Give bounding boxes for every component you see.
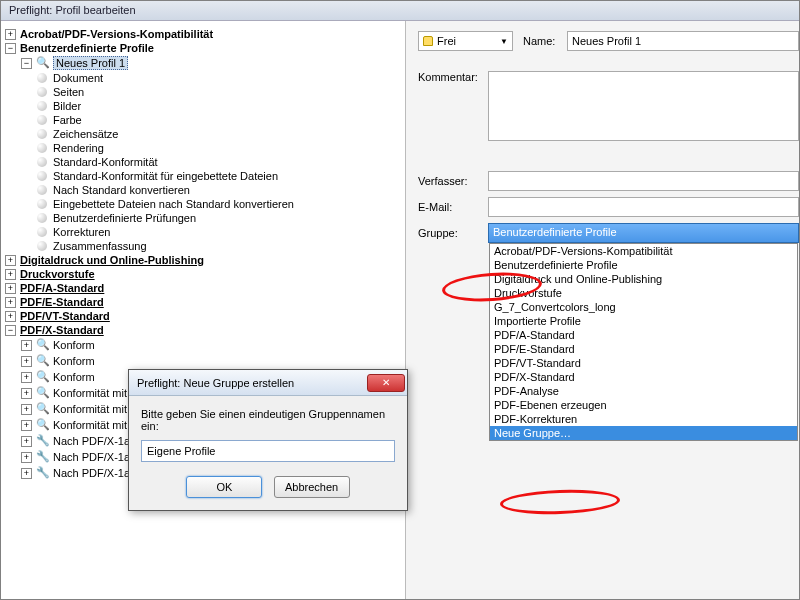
expand-icon[interactable]: + bbox=[21, 452, 32, 463]
expand-icon[interactable]: + bbox=[21, 468, 32, 479]
tree-leaf[interactable]: +🔍Konform bbox=[5, 337, 401, 353]
expand-icon[interactable]: + bbox=[5, 297, 16, 308]
bullet-icon bbox=[37, 227, 47, 237]
name-input[interactable] bbox=[567, 31, 799, 51]
dropdown-option[interactable]: G_7_Convertcolors_long bbox=[490, 300, 797, 314]
tree-label: Dokument bbox=[53, 72, 103, 84]
bullet-icon bbox=[37, 185, 47, 195]
tree-label: Acrobat/PDF-Versions-Kompatibilität bbox=[20, 28, 213, 40]
tree-node-benutzerdef[interactable]: −Benutzerdefinierte Profile bbox=[5, 41, 401, 55]
tree-leaf[interactable]: Farbe bbox=[5, 113, 401, 127]
tree-node-digitaldruck[interactable]: +Digitaldruck und Online-Publishing bbox=[5, 253, 401, 267]
tree-leaf[interactable]: Benutzerdefinierte Prüfungen bbox=[5, 211, 401, 225]
window-title: Preflight: Profil bearbeiten bbox=[9, 4, 136, 16]
expand-icon[interactable]: + bbox=[21, 340, 32, 351]
bullet-icon bbox=[37, 157, 47, 167]
expand-icon[interactable]: + bbox=[5, 283, 16, 294]
profile-icon: 🔍 bbox=[36, 418, 50, 432]
group-name-input[interactable] bbox=[141, 440, 395, 462]
kommentar-textarea[interactable] bbox=[488, 71, 799, 141]
dropdown-option[interactable]: Acrobat/PDF-Versions-Kompatibilität bbox=[490, 244, 797, 258]
cancel-button[interactable]: Abbrechen bbox=[274, 476, 350, 498]
tree-label: Zusammenfassung bbox=[53, 240, 147, 252]
tree-label: Eingebettete Dateien nach Standard konve… bbox=[53, 198, 294, 210]
expand-icon[interactable]: + bbox=[21, 420, 32, 431]
tree-node-pdfa[interactable]: +PDF/A-Standard bbox=[5, 281, 401, 295]
dropdown-option[interactable]: Druckvorstufe bbox=[490, 286, 797, 300]
tree-leaf[interactable]: Korrekturen bbox=[5, 225, 401, 239]
dropdown-option[interactable]: PDF-Analyse bbox=[490, 384, 797, 398]
verfasser-label: Verfasser: bbox=[418, 175, 488, 187]
expand-icon[interactable]: + bbox=[21, 404, 32, 415]
content-area: +Acrobat/PDF-Versions-Kompatibilität −Be… bbox=[1, 21, 799, 599]
dialog-titlebar[interactable]: Preflight: Neue Gruppe erstellen ✕ bbox=[129, 370, 407, 396]
kommentar-label: Kommentar: bbox=[418, 71, 488, 83]
tree-leaf[interactable]: Zusammenfassung bbox=[5, 239, 401, 253]
dropdown-option[interactable]: PDF-Korrekturen bbox=[490, 412, 797, 426]
dropdown-option[interactable]: Benutzerdefinierte Profile bbox=[490, 258, 797, 272]
tree-node-pdfvt[interactable]: +PDF/VT-Standard bbox=[5, 309, 401, 323]
expand-icon[interactable]: + bbox=[5, 255, 16, 266]
close-button[interactable]: ✕ bbox=[367, 374, 405, 392]
tree-leaf[interactable]: +🔍Konform bbox=[5, 353, 401, 369]
tree-label: Konform bbox=[53, 371, 95, 383]
tree-leaf[interactable]: Bilder bbox=[5, 99, 401, 113]
gruppe-label: Gruppe: bbox=[418, 227, 488, 239]
tree-label: Seiten bbox=[53, 86, 84, 98]
profile-tree-pane[interactable]: +Acrobat/PDF-Versions-Kompatibilität −Be… bbox=[1, 21, 406, 599]
tree-leaf[interactable]: Eingebettete Dateien nach Standard konve… bbox=[5, 197, 401, 211]
tree-leaf[interactable]: Zeichensätze bbox=[5, 127, 401, 141]
profile-icon: 🔍 bbox=[36, 402, 50, 416]
tree-leaf[interactable]: Standard-Konformität bbox=[5, 155, 401, 169]
dropdown-option[interactable]: Digitaldruck und Online-Publishing bbox=[490, 272, 797, 286]
bullet-icon bbox=[37, 115, 47, 125]
tree-leaf[interactable]: Seiten bbox=[5, 85, 401, 99]
dropdown-option[interactable]: PDF/VT-Standard bbox=[490, 356, 797, 370]
tree-label: Digitaldruck und Online-Publishing bbox=[20, 254, 204, 266]
expand-icon[interactable]: + bbox=[21, 388, 32, 399]
tree-node-neues-profil[interactable]: −🔍Neues Profil 1 bbox=[5, 55, 401, 71]
expand-icon[interactable]: + bbox=[21, 356, 32, 367]
dropdown-option-neue-gruppe[interactable]: Neue Gruppe… bbox=[490, 426, 797, 440]
tree-node-pdfe[interactable]: +PDF/E-Standard bbox=[5, 295, 401, 309]
dropdown-option[interactable]: PDF/E-Standard bbox=[490, 342, 797, 356]
verfasser-input[interactable] bbox=[488, 171, 799, 191]
tree-leaf[interactable]: Nach Standard konvertieren bbox=[5, 183, 401, 197]
gruppe-select[interactable]: Benutzerdefinierte Profile Acrobat/PDF-V… bbox=[488, 223, 799, 243]
new-group-dialog: Preflight: Neue Gruppe erstellen ✕ Bitte… bbox=[128, 369, 408, 511]
dropdown-option[interactable]: Importierte Profile bbox=[490, 314, 797, 328]
expand-icon[interactable]: + bbox=[5, 269, 16, 280]
dropdown-option[interactable]: PDF-Ebenen erzeugen bbox=[490, 398, 797, 412]
email-input[interactable] bbox=[488, 197, 799, 217]
lock-state-label: Frei bbox=[437, 35, 456, 47]
ok-button[interactable]: OK bbox=[186, 476, 262, 498]
dialog-prompt: Bitte geben Sie einen eindeutigen Gruppe… bbox=[141, 408, 395, 432]
tree-label: Korrekturen bbox=[53, 226, 110, 238]
tree-node-pdfx[interactable]: −PDF/X-Standard bbox=[5, 323, 401, 337]
dropdown-option[interactable]: PDF/A-Standard bbox=[490, 328, 797, 342]
bullet-icon bbox=[37, 101, 47, 111]
tree-label: PDF/X-Standard bbox=[20, 324, 104, 336]
profile-icon: 🔍 bbox=[36, 370, 50, 384]
tree-label: Standard-Konformität bbox=[53, 156, 158, 168]
bullet-icon bbox=[37, 199, 47, 209]
expand-icon[interactable]: + bbox=[5, 311, 16, 322]
tree-leaf[interactable]: Dokument bbox=[5, 71, 401, 85]
tree-node-acrobat[interactable]: +Acrobat/PDF-Versions-Kompatibilität bbox=[5, 27, 401, 41]
expand-icon[interactable]: + bbox=[21, 372, 32, 383]
dropdown-option[interactable]: PDF/X-Standard bbox=[490, 370, 797, 384]
gruppe-dropdown: Acrobat/PDF-Versions-Kompatibilität Benu… bbox=[489, 243, 798, 441]
tree-leaf[interactable]: Standard-Konformität für eingebettete Da… bbox=[5, 169, 401, 183]
email-label: E-Mail: bbox=[418, 201, 488, 213]
dialog-title: Preflight: Neue Gruppe erstellen bbox=[137, 377, 294, 389]
tree-leaf[interactable]: Rendering bbox=[5, 141, 401, 155]
collapse-icon[interactable]: − bbox=[5, 43, 16, 54]
expand-icon[interactable]: + bbox=[21, 436, 32, 447]
collapse-icon[interactable]: − bbox=[21, 58, 32, 69]
expand-icon[interactable]: + bbox=[5, 29, 16, 40]
magnifier-icon: 🔍 bbox=[36, 56, 50, 70]
tree-node-druckvorstufe[interactable]: +Druckvorstufe bbox=[5, 267, 401, 281]
lock-state-combo[interactable]: Frei▼ bbox=[418, 31, 513, 51]
tree-label: Standard-Konformität für eingebettete Da… bbox=[53, 170, 278, 182]
collapse-icon[interactable]: − bbox=[5, 325, 16, 336]
